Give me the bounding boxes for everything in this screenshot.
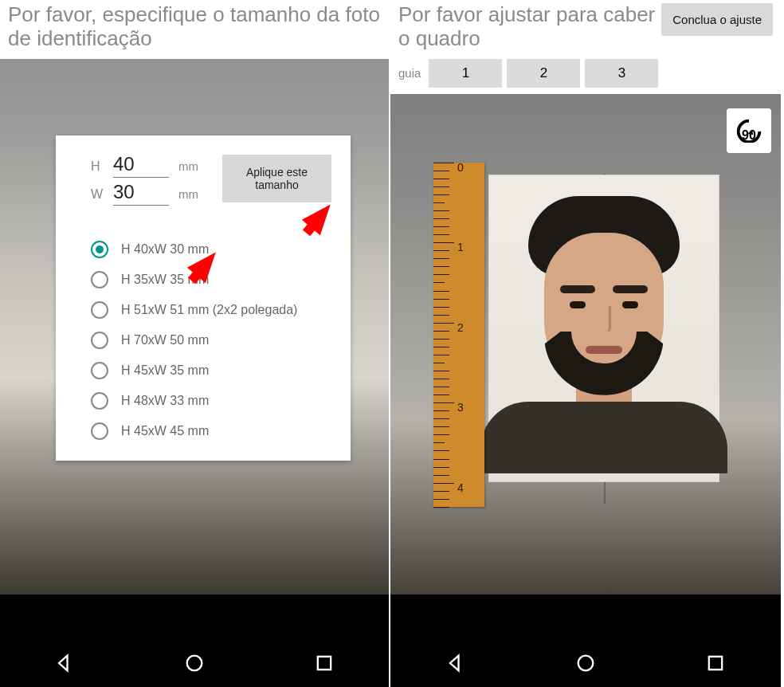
screen-adjust: Por favor ajustar para caber o quadro Co… — [390, 0, 781, 687]
page-title: Por favor ajustar para caber o quadro — [398, 3, 661, 51]
size-option-label: H 70xW 50 mm — [121, 333, 209, 347]
size-option[interactable]: H 51xW 51 mm (2x2 polegada) — [91, 295, 331, 325]
radio-icon — [91, 392, 108, 410]
android-navbar — [390, 639, 781, 687]
ruler[interactable]: 01234 — [433, 163, 484, 507]
radio-icon — [91, 362, 108, 379]
radio-icon — [91, 332, 108, 349]
home-icon[interactable] — [574, 652, 597, 674]
size-option[interactable]: H 48xW 33 mm — [91, 386, 331, 416]
size-option[interactable]: H 45xW 45 mm — [91, 416, 331, 446]
photo-area[interactable]: 01234 90 — [390, 94, 781, 639]
width-input[interactable]: 30 — [113, 179, 169, 206]
size-option[interactable]: H 45xW 35 mm — [91, 355, 331, 386]
height-input[interactable]: 40 — [113, 151, 169, 178]
unit-label: mm — [178, 159, 198, 173]
size-option-label: H 48xW 33 mm — [121, 394, 209, 408]
size-option-label: H 45xW 35 mm — [121, 363, 209, 378]
size-option-label: H 51xW 51 mm (2x2 polegada) — [121, 303, 297, 317]
ruler-mark: 2 — [457, 321, 464, 334]
radio-icon — [91, 422, 108, 440]
guide-label: guia — [398, 66, 421, 80]
svg-rect-1 — [317, 657, 330, 669]
height-label: H — [91, 159, 104, 174]
black-bar — [390, 595, 781, 639]
finish-button[interactable]: Conclua o ajuste — [661, 3, 773, 36]
size-dialog: H 40 mm W 30 mm Aplique este tamanho H 4… — [56, 135, 351, 461]
svg-rect-3 — [709, 657, 722, 669]
crop-frame[interactable] — [489, 175, 719, 481]
guide-2-button[interactable]: 2 — [507, 59, 580, 88]
black-bar — [0, 595, 389, 639]
svg-point-0 — [187, 656, 202, 671]
rotate-button[interactable]: 90 — [727, 108, 771, 153]
ruler-mark: 0 — [457, 161, 464, 174]
radio-icon — [91, 271, 108, 289]
header: Por favor ajustar para caber o quadro Co… — [390, 0, 781, 59]
unit-label: mm — [178, 187, 198, 201]
size-option-label: H 45xW 45 mm — [121, 424, 209, 438]
portrait-photo — [489, 175, 719, 481]
radio-icon — [91, 301, 108, 319]
guide-1-button[interactable]: 1 — [429, 59, 502, 88]
recents-icon[interactable] — [313, 652, 335, 674]
ruler-mark: 4 — [457, 481, 464, 494]
size-option-label: H 40xW 30 mm — [121, 242, 209, 257]
back-icon[interactable] — [53, 652, 76, 674]
guide-tabs: guia 1 2 3 — [390, 59, 781, 94]
guide-3-button[interactable]: 3 — [585, 59, 658, 88]
width-label: W — [91, 187, 104, 202]
ruler-mark: 3 — [457, 401, 464, 414]
home-icon[interactable] — [183, 652, 206, 674]
radio-icon — [91, 241, 108, 258]
camera-preview: H 40 mm W 30 mm Aplique este tamanho H 4… — [0, 59, 389, 639]
rotate-angle: 90 — [742, 128, 756, 143]
recents-icon[interactable] — [704, 652, 727, 674]
android-navbar — [0, 639, 389, 687]
screen-size-select: Por favor, especifique o tamanho da foto… — [0, 0, 390, 687]
apply-size-button[interactable]: Aplique este tamanho — [222, 155, 331, 202]
back-icon[interactable] — [445, 652, 467, 674]
size-option[interactable]: H 70xW 50 mm — [91, 325, 331, 355]
svg-point-2 — [578, 656, 594, 671]
header: Por favor, especifique o tamanho da foto… — [0, 0, 389, 59]
ruler-mark: 1 — [457, 241, 464, 253]
page-title: Por favor, especifique o tamanho da foto… — [8, 2, 380, 50]
